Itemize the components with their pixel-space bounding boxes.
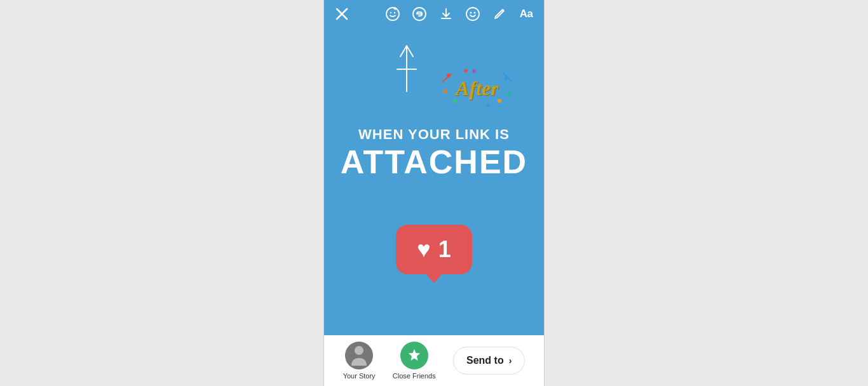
link-icon[interactable] [410, 5, 428, 23]
svg-point-18 [472, 69, 476, 73]
svg-point-20 [507, 93, 511, 96]
emoji-icon[interactable] [384, 5, 402, 23]
svg-point-2 [386, 8, 399, 20]
send-to-arrow-icon: › [509, 356, 512, 366]
heart-icon: ♥ [417, 236, 430, 263]
svg-point-25 [355, 346, 363, 355]
phone-frame: Aa [323, 0, 545, 386]
like-count: 1 [438, 236, 451, 263]
svg-point-11 [474, 12, 476, 14]
svg-line-24 [503, 72, 512, 82]
close-icon[interactable] [333, 5, 351, 23]
close-friends-icon [400, 342, 428, 369]
svg-point-4 [394, 12, 395, 13]
svg-rect-21 [464, 69, 468, 73]
download-icon[interactable] [437, 5, 455, 23]
svg-point-3 [390, 12, 391, 13]
after-sticker: After [436, 66, 519, 110]
close-friends-label: Close Friends [393, 372, 436, 380]
your-story-label: Your Story [343, 372, 376, 380]
bottom-bar: Your Story Close Friends Send to › [324, 335, 544, 386]
close-friends-option[interactable]: Close Friends [393, 342, 436, 380]
your-story-option[interactable]: Your Story [343, 342, 376, 380]
main-text-line2: ATTACHED [337, 145, 531, 178]
draw-icon[interactable] [491, 5, 508, 23]
after-label: After [456, 77, 499, 100]
swipe-arrow [388, 34, 426, 98]
svg-rect-22 [485, 103, 490, 108]
toolbar: Aa [324, 0, 544, 28]
like-notification: ♥ 1 [396, 225, 472, 274]
svg-marker-26 [409, 349, 420, 361]
content-area: After WHEN YOUR LINK IS ATTACHED ♥ 1 [324, 28, 544, 335]
send-to-button[interactable]: Send to › [453, 347, 525, 375]
main-text-line1: WHEN YOUR LINK IS [337, 126, 531, 143]
svg-point-10 [470, 12, 472, 14]
toolbar-right-icons: Aa [384, 5, 535, 23]
send-to-label: Send to [466, 355, 504, 366]
sticker-icon[interactable] [464, 5, 482, 23]
svg-point-19 [444, 90, 447, 93]
your-story-icon [345, 342, 373, 369]
text-icon[interactable]: Aa [517, 5, 535, 23]
main-text-block: WHEN YOUR LINK IS ATTACHED [324, 126, 544, 178]
svg-point-9 [466, 8, 479, 20]
